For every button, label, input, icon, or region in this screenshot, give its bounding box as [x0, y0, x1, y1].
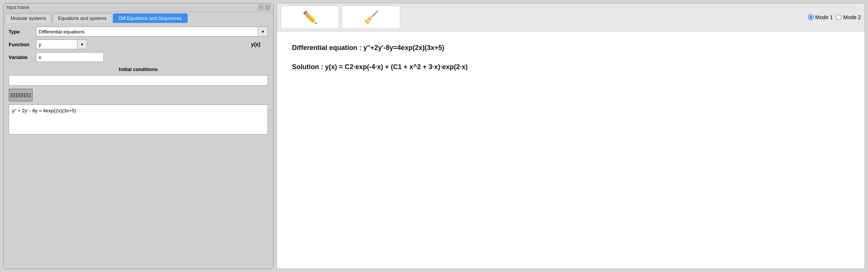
maximize-button[interactable]: □ [265, 5, 270, 10]
tab-modular[interactable]: Modular systems [5, 14, 51, 23]
minimize-button[interactable]: – [258, 5, 263, 10]
output-area: Differential equation : y''+2y'-8y=4exp(… [277, 32, 865, 269]
mode1-option[interactable]: Mode 1 [808, 14, 833, 20]
tabs-row: Modular systems Equations and systems Di… [3, 12, 273, 23]
function-input[interactable] [36, 39, 77, 49]
window-controls: – □ [258, 5, 270, 10]
mode1-radio[interactable] [808, 14, 814, 20]
function-dropdown-button[interactable]: ▼ [77, 39, 87, 49]
variable-row: Variable [9, 52, 268, 62]
conditions-input[interactable] [9, 75, 268, 86]
tab-equations[interactable]: Equations and systems [52, 14, 112, 23]
window-title: Input frame [6, 5, 29, 10]
equation-input[interactable]: y'' + 2y' - 8y = 4exp(2x)(3x+5) [9, 104, 268, 134]
mode1-radio-inner [809, 16, 812, 19]
broom-icon: 🧹 [364, 10, 379, 24]
mode1-label: Mode 1 [815, 14, 833, 20]
function-label: Function [9, 42, 33, 47]
type-dropdown-button[interactable]: ▼ [258, 27, 268, 36]
tab-diff[interactable]: Diff Equations and Sequences [113, 14, 188, 23]
left-panel: Input frame – □ Modular systems Equation… [3, 3, 274, 269]
mode2-option[interactable]: Mode 2 [836, 14, 861, 20]
type-row: Type ▼ [9, 27, 268, 36]
type-select-wrapper: ▼ [36, 27, 268, 36]
mode2-label: Mode 2 [843, 14, 861, 20]
initial-conditions-title: Initial conditions [9, 66, 268, 72]
pencil-icon: ✏️ [302, 10, 318, 24]
variable-label: Variable [9, 54, 33, 60]
right-panel: ✏️ 🧹 Mode 1 Mode 2 Differential equation… [277, 3, 865, 269]
output-line2: Solution : y(x) = C2·exp(-4·x) + (C1 + x… [292, 62, 850, 72]
function-of-label: y(x) [251, 41, 260, 47]
keyboard-button[interactable] [9, 89, 33, 101]
title-bar: Input frame – □ [3, 3, 273, 12]
mode-group: Mode 1 Mode 2 [808, 14, 861, 20]
content-area: Type ▼ Function ▼ y(x) Variable Initial … [3, 23, 273, 269]
mode2-radio[interactable] [836, 14, 842, 20]
pencil-button[interactable]: ✏️ [281, 6, 339, 29]
keyboard-icon [11, 93, 31, 97]
variable-input[interactable] [36, 52, 104, 62]
toolbar-row: ✏️ 🧹 Mode 1 Mode 2 [277, 3, 865, 32]
output-line1: Differential equation : y''+2y'-8y=4exp(… [292, 43, 850, 53]
function-input-wrap: ▼ [36, 39, 87, 49]
broom-button[interactable]: 🧹 [342, 6, 400, 29]
type-input[interactable] [36, 27, 258, 36]
function-row: Function ▼ y(x) [9, 39, 268, 49]
type-label: Type [9, 29, 33, 35]
